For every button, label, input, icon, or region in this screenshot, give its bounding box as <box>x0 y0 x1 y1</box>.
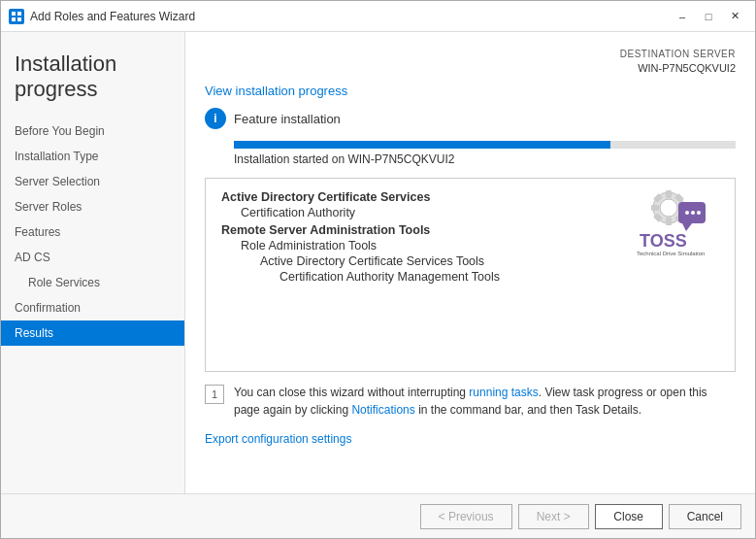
page-title-area: Installation progress <box>1 42 184 118</box>
results-content: TOSS Technical Drive Simulation Active D… <box>221 190 719 286</box>
page-title: Installation progress <box>15 51 171 103</box>
progress-bar-fill <box>234 141 610 149</box>
svg-rect-2 <box>12 17 16 21</box>
sidebar-item-confirmation[interactable]: Confirmation <box>1 295 184 320</box>
svg-text:Technical Drive Simulation: Technical Drive Simulation <box>637 251 705 256</box>
sidebar-item-role-services[interactable]: Role Services <box>1 270 184 295</box>
dest-server-name: WIN-P7N5CQKVUI2 <box>205 61 736 76</box>
sidebar-nav: Before You Begin Installation Type Serve… <box>1 118 184 346</box>
sidebar: Installation progress Before You Begin I… <box>1 32 185 493</box>
svg-rect-6 <box>666 190 672 198</box>
previous-button[interactable]: < Previous <box>420 504 512 529</box>
sidebar-item-installation-type[interactable]: Installation Type <box>1 144 184 169</box>
cancel-button[interactable]: Cancel <box>669 504 741 529</box>
titlebar-controls: – □ ✕ <box>670 7 747 26</box>
sidebar-item-ad-cs[interactable]: AD CS <box>1 245 184 270</box>
info-number: 1 <box>205 385 224 404</box>
minimize-button[interactable]: – <box>670 7 695 26</box>
svg-rect-7 <box>666 218 672 225</box>
feature-install-label: Feature installation <box>234 112 341 126</box>
sidebar-item-server-roles[interactable]: Server Roles <box>1 194 184 219</box>
titlebar: Add Roles and Features Wizard – □ ✕ <box>1 1 755 32</box>
app-icon <box>9 9 24 24</box>
destination-server: DESTINATION SERVER WIN-P7N5CQKVUI2 <box>205 48 736 76</box>
svg-point-18 <box>697 211 701 215</box>
info-icon: i <box>205 108 226 129</box>
sidebar-item-results[interactable]: Results <box>1 320 184 346</box>
sidebar-item-features[interactable]: Features <box>1 219 184 245</box>
svg-rect-8 <box>651 205 659 211</box>
svg-point-17 <box>691 211 695 215</box>
export-config-link[interactable]: Export configuration settings <box>205 432 736 446</box>
svg-point-5 <box>660 199 677 217</box>
wizard-window: Add Roles and Features Wizard – □ ✕ Inst… <box>0 0 756 539</box>
result-item-6: Certification Authority Management Tools <box>221 270 719 284</box>
titlebar-left: Add Roles and Features Wizard <box>9 9 195 24</box>
toss-logo: TOSS Technical Drive Simulation <box>632 181 719 258</box>
toss-logo-area: TOSS Technical Drive Simulation <box>632 181 719 261</box>
svg-rect-3 <box>17 17 21 21</box>
progress-bar-container <box>234 141 736 149</box>
section-title: View installation progress <box>205 84 736 98</box>
sidebar-item-before-you-begin[interactable]: Before You Begin <box>1 118 184 144</box>
right-panel: DESTINATION SERVER WIN-P7N5CQKVUI2 View … <box>185 32 755 493</box>
close-button[interactable]: Close <box>595 504 663 529</box>
notifications-link[interactable]: Notifications <box>351 403 414 417</box>
results-box: TOSS Technical Drive Simulation Active D… <box>205 178 736 372</box>
svg-point-16 <box>685 211 689 215</box>
svg-marker-15 <box>682 223 692 231</box>
info-text: You can close this wizard without interr… <box>234 384 736 419</box>
sidebar-item-server-selection[interactable]: Server Selection <box>1 169 184 194</box>
maximize-button[interactable]: □ <box>696 7 721 26</box>
close-window-button[interactable]: ✕ <box>722 7 747 26</box>
next-button[interactable]: Next > <box>518 504 589 529</box>
feature-install-box: i Feature installation <box>205 108 736 129</box>
footer: < Previous Next > Close Cancel <box>1 493 755 538</box>
titlebar-title: Add Roles and Features Wizard <box>30 10 195 23</box>
info-paragraph: 1 You can close this wizard without inte… <box>205 384 736 419</box>
dest-server-label: DESTINATION SERVER <box>205 48 736 61</box>
main-content: Installation progress Before You Begin I… <box>1 32 755 493</box>
install-status: Installation started on WIN-P7N5CQKVUI2 <box>234 152 736 166</box>
svg-rect-1 <box>17 12 21 16</box>
running-tasks-link[interactable]: running tasks <box>469 386 538 399</box>
svg-text:TOSS: TOSS <box>640 231 687 251</box>
svg-rect-0 <box>12 12 16 16</box>
